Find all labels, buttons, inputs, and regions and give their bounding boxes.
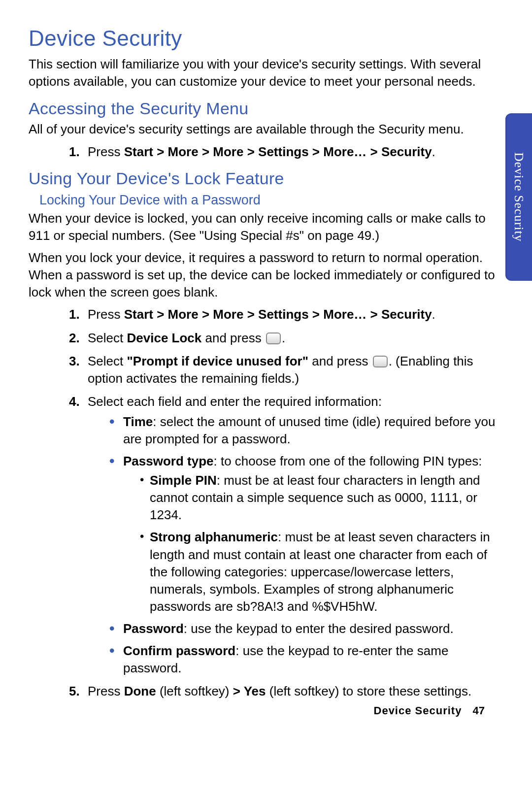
field-time: Time: select the amount of unused time (… — [109, 413, 503, 448]
section1-step-1: 1. Press Start > More > More > Settings … — [69, 143, 503, 161]
section-heading-lock: Using Your Device's Lock Feature — [29, 167, 503, 190]
label: Password type — [123, 454, 214, 468]
desc: : to choose from one of the following PI… — [214, 454, 482, 468]
page-footer: Device Security 47 — [374, 703, 485, 718]
side-tab: Device Security — [505, 113, 532, 281]
section-heading-accessing: Accessing the Security Menu — [29, 98, 503, 120]
t: . — [282, 331, 285, 345]
page-title: Device Security — [29, 24, 503, 53]
step-number: 1. — [69, 143, 80, 161]
lock-para-2: When you lock your device, it requires a… — [29, 249, 503, 301]
section1-steps: 1. Press Start > More > More > Settings … — [69, 143, 503, 161]
lock-step-4: 4. Select each field and enter the requi… — [69, 393, 503, 677]
field-password-type: Password type: to choose from one of the… — [109, 453, 503, 615]
step-number: 3. — [69, 353, 80, 370]
label: Time — [123, 414, 153, 429]
pin-simple: Simple PIN: must be at least four charac… — [140, 472, 503, 524]
nav-path: Start > More > More > Settings > More… >… — [124, 144, 432, 159]
label: Simple PIN — [150, 473, 217, 488]
lock-step-1: 1. Press Start > More > More > Settings … — [69, 306, 503, 323]
t: (left softkey) — [156, 684, 233, 698]
step-end: . — [432, 307, 435, 322]
step-number: 2. — [69, 330, 80, 347]
step-number: 5. — [69, 683, 80, 700]
desc: : use the keypad to enter the desired pa… — [184, 621, 454, 636]
field-password: Password: use the keypad to enter the de… — [109, 620, 503, 637]
step-prefix: Press — [88, 307, 124, 322]
label: Password — [123, 621, 184, 636]
t: and press — [308, 354, 372, 368]
lock-step-2: 2. Select Device Lock and press . — [69, 330, 503, 347]
label: Confirm password — [123, 643, 235, 658]
t-bold: > Yes — [233, 684, 266, 698]
lock-step-3: 3. Select "Prompt if device unused for" … — [69, 353, 503, 387]
step-prefix: Press — [88, 144, 124, 159]
t: and press — [201, 331, 265, 345]
t-bold: Done — [124, 684, 156, 698]
t-bold: Device Lock — [127, 331, 202, 345]
label: Strong alphanumeric — [150, 530, 278, 544]
side-tab-label: Device Security — [510, 152, 527, 242]
t: Select each field and enter the required… — [88, 394, 382, 409]
step-number: 4. — [69, 393, 80, 410]
ok-key-icon — [266, 332, 281, 344]
field-confirm-password: Confirm password: use the keypad to re-e… — [109, 642, 503, 677]
nav-path: Start > More > More > Settings > More… >… — [124, 307, 432, 322]
step-end: . — [432, 144, 435, 159]
pin-type-list: Simple PIN: must be at least four charac… — [140, 472, 503, 615]
lock-step-5: 5. Press Done (left softkey) > Yes (left… — [69, 683, 503, 700]
subsection-heading-password: Locking Your Device with a Password — [39, 191, 503, 209]
footer-page-number: 47 — [473, 704, 485, 717]
section1-text: All of your device's security settings a… — [29, 121, 503, 138]
t: (left softkey) to store these settings. — [266, 684, 472, 698]
desc: : select the amount of unused time (idle… — [123, 414, 495, 446]
t: Select — [88, 354, 127, 368]
footer-section: Device Security — [374, 704, 462, 717]
field-list: Time: select the amount of unused time (… — [109, 413, 503, 677]
step-number: 1. — [69, 306, 80, 323]
t-bold: "Prompt if device unused for" — [127, 354, 308, 368]
pin-strong: Strong alphanumeric: must be at least se… — [140, 529, 503, 615]
t: Press — [88, 684, 124, 698]
lock-para-1: When your device is locked, you can only… — [29, 210, 503, 244]
intro-text: This section will familiarize you with y… — [29, 56, 503, 90]
lock-steps: 1. Press Start > More > More > Settings … — [69, 306, 503, 700]
ok-key-icon — [373, 356, 388, 367]
t: Select — [88, 331, 127, 345]
